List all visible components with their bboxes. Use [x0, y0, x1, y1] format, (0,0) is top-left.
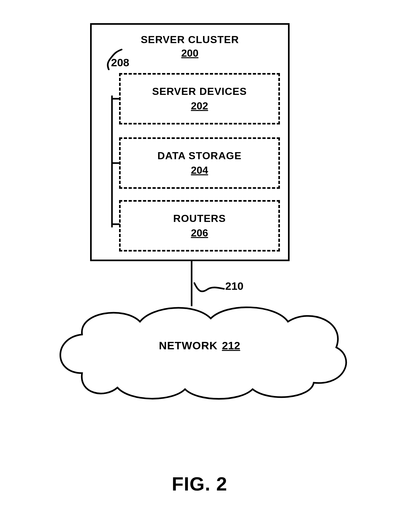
- diagram-canvas: SERVER CLUSTER 200 SERVER DEVICES 202 DA…: [0, 0, 399, 532]
- figure-caption: FIG. 2: [0, 473, 399, 495]
- link-lead-line-icon: [193, 280, 225, 299]
- bus-ref-label: 208: [111, 56, 129, 69]
- network-cloud-icon: [43, 299, 356, 405]
- link-ref-label: 210: [225, 280, 244, 292]
- server-devices-box: SERVER DEVICES 202: [119, 73, 280, 124]
- routers-label: ROUTERS: [121, 213, 278, 225]
- data-storage-box: DATA STORAGE 204: [119, 137, 280, 189]
- data-storage-ref: 204: [121, 164, 278, 176]
- network-label-wrap: NETWORK 212: [43, 339, 356, 352]
- server-cluster-title: SERVER CLUSTER: [92, 34, 288, 46]
- network-label: NETWORK: [159, 339, 218, 352]
- routers-ref: 206: [121, 227, 278, 239]
- network-ref: 212: [222, 339, 240, 352]
- routers-box: ROUTERS 206: [119, 200, 280, 252]
- data-storage-label: DATA STORAGE: [121, 150, 278, 162]
- server-devices-ref: 202: [121, 100, 278, 112]
- server-devices-label: SERVER DEVICES: [121, 86, 278, 97]
